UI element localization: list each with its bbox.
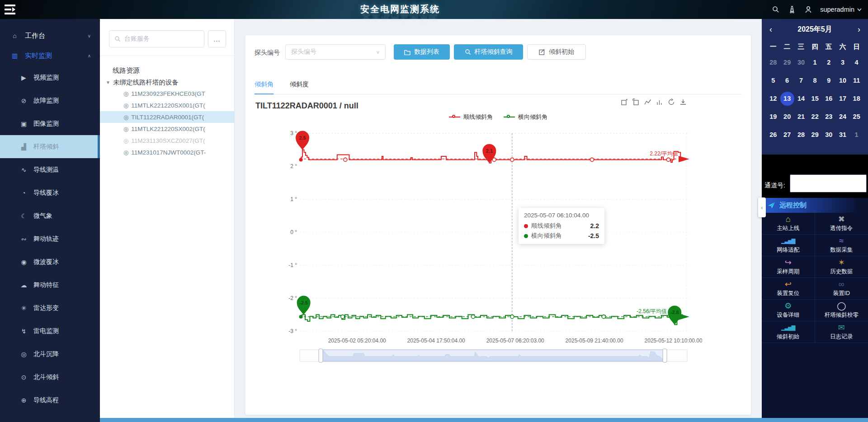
sidebar-item-micro-weather[interactable]: ☾微气象 [0, 204, 100, 227]
remote-button-share-nodes[interactable]: ✶历史数据 [815, 256, 868, 278]
legend-item[interactable]: 横向倾斜角 [504, 113, 547, 121]
calendar-day[interactable]: 9 [822, 71, 836, 89]
calendar-day[interactable]: 2 [822, 53, 836, 71]
sidebar-item-radar-deformation[interactable]: ✳雷达形变 [0, 296, 100, 319]
device-tree-item[interactable]: ◎11M230923FEKHCE03(GT [100, 88, 234, 99]
remote-button-wave[interactable]: ≈数据采集 [815, 234, 868, 256]
calendar-day[interactable]: 19 [766, 108, 780, 126]
calendar-day[interactable]: 18 [849, 89, 863, 108]
sidebar-item-workbench[interactable]: ⌂工作台∨ [0, 26, 100, 45]
calendar-day[interactable]: 12 [766, 89, 780, 108]
download-icon[interactable] [679, 98, 687, 106]
sidebar-item-wire-icing[interactable]: ◔导线覆冰 [0, 181, 100, 204]
device-tree-item[interactable]: ◎11MTLK221220SX001(GT( [100, 99, 234, 111]
remote-button-chain-link[interactable]: ∞装置ID [815, 278, 868, 300]
ledger-search-input[interactable]: 台账服务 [109, 30, 204, 47]
tilt-angle-chart[interactable]: 3 °2 °1 °0 °-1 °-2 °-3 °2025-05-02 05:20… [286, 121, 702, 374]
calendar-day-selected[interactable]: 13 [780, 89, 794, 108]
sidebar-item-wire-elevation[interactable]: ⊕导线高程 [0, 389, 100, 412]
calendar-day[interactable]: 23 [822, 108, 836, 126]
sidebar-item-galloping-feature[interactable]: ☁舞动特征 [0, 273, 100, 296]
calendar-day[interactable]: 10 [836, 71, 850, 89]
calendar-day[interactable]: 29 [808, 126, 822, 144]
user-icon[interactable] [804, 5, 813, 14]
device-tree-item[interactable]: ◎TILT1122RADAR0001(GT( [100, 111, 234, 123]
calendar-day[interactable]: 8 [808, 71, 822, 89]
calendar-day[interactable]: 29 [780, 53, 794, 71]
tree-more-button[interactable]: ... [208, 30, 226, 47]
calendar-day[interactable]: 26 [766, 126, 780, 144]
signal-bars-icon: ▁▃▅▇ [781, 236, 795, 246]
calendar-day[interactable]: 24 [836, 108, 850, 126]
calendar-day[interactable]: 30 [794, 53, 808, 71]
tab-tilt-angle[interactable]: 倾斜角 [255, 80, 274, 94]
remote-button-signal-bars[interactable]: ▁▃▅▇网络适配 [762, 234, 815, 256]
sidebar-item-beidou-tilt[interactable]: ⊙北斗倾斜 [0, 366, 100, 389]
sidebar-item-beidou-settlement[interactable]: ◎北斗沉降 [0, 342, 100, 366]
line-chart-icon[interactable] [644, 98, 651, 106]
calendar-day[interactable]: 14 [794, 89, 808, 108]
calendar-day[interactable]: 21 [794, 108, 808, 126]
calendar-day[interactable]: 3 [836, 53, 850, 71]
bar-chart-icon[interactable] [656, 98, 663, 106]
refresh-icon[interactable] [668, 98, 675, 106]
remote-button-zero-circle[interactable]: ◯杆塔倾斜校零 [815, 300, 868, 321]
calendar-day[interactable]: 20 [780, 108, 794, 126]
panel-collapse-handle[interactable]: ‹ [758, 197, 766, 217]
calendar-day[interactable]: 1 [808, 53, 822, 71]
menu-collapse-icon[interactable] [5, 4, 18, 15]
zoom-select-icon[interactable] [621, 98, 628, 106]
sidebar-item-tower-tilt[interactable]: ▟杆塔倾斜 [0, 135, 100, 158]
remote-button-log-message[interactable]: ✉日志记录 [815, 321, 868, 343]
calendar-day[interactable]: 22 [808, 108, 822, 126]
zoom-reset-icon[interactable] [632, 98, 640, 106]
calendar-day[interactable]: 1 [849, 126, 863, 144]
remote-button-pinwheel[interactable]: ✖透传指令 [815, 213, 868, 234]
tree-root-line-resources[interactable]: 线路资源 [113, 66, 140, 75]
calendar-day[interactable]: 16 [822, 89, 836, 108]
data-list-button[interactable]: 数据列表 [394, 44, 450, 60]
calendar-day[interactable]: 6 [780, 71, 794, 89]
calendar-day[interactable]: 11 [849, 71, 863, 89]
remote-button-bars-chart[interactable]: ▁▃▅▇倾斜初始 [762, 321, 815, 343]
legend-item[interactable]: 顺线倾斜角 [449, 113, 493, 121]
calendar-day[interactable]: 30 [822, 126, 836, 144]
calendar-day[interactable]: 5 [766, 71, 780, 89]
calendar-day[interactable]: 25 [849, 108, 863, 126]
sidebar-item-video-monitor[interactable]: ▶视频监测 [0, 66, 100, 89]
datazoom-slider[interactable] [300, 349, 688, 362]
sidebar-item-microwave-icing[interactable]: ◉微波覆冰 [0, 250, 100, 273]
sidebar-item-lightning-monitor[interactable]: ↯雷电监测 [0, 319, 100, 342]
calendar-day[interactable]: 28 [794, 126, 808, 144]
remote-button-cycle-arrow[interactable]: ↪采样周期 [762, 256, 815, 278]
calendar-prev-icon[interactable]: ‹ [762, 25, 780, 34]
search-icon[interactable] [771, 5, 780, 14]
sidebar-item-image-monitor[interactable]: ▣图像监测 [0, 112, 100, 135]
tower-tilt-query-button[interactable]: 杆塔倾斜查询 [454, 44, 523, 60]
calendar-next-icon[interactable]: › [850, 25, 868, 34]
sidebar-section-realtime-monitor[interactable]: ▥实时监测∧ [0, 45, 100, 66]
remote-button-gears[interactable]: ⚙设备详细 [762, 300, 815, 321]
tab-tilt-degree[interactable]: 倾斜度 [290, 80, 309, 94]
channel-input[interactable] [790, 174, 867, 192]
sidebar-item-fault-monitor[interactable]: ⊘故障监测 [0, 89, 100, 112]
tilt-initial-button[interactable]: 倾斜初始 [527, 44, 586, 60]
remote-button-reset-arrow[interactable]: ↩装置复位 [762, 278, 815, 300]
device-tree-item[interactable]: ◎11M231130SXCZ0027(GT( [100, 135, 234, 146]
user-menu[interactable]: superadmin [820, 6, 862, 13]
calendar-day[interactable]: 17 [836, 89, 850, 108]
calendar-day[interactable]: 4 [849, 53, 863, 71]
calendar-day[interactable]: 27 [780, 126, 794, 144]
sidebar-item-wire-temperature[interactable]: ∿导线测温 [0, 158, 100, 181]
device-tree-item[interactable]: ◎11MTLK221220SX002(GT( [100, 123, 234, 135]
tree-group-unbound-devices[interactable]: ▼ 未绑定线路杆塔的设备 [106, 78, 179, 87]
calendar-day[interactable]: 7 [794, 71, 808, 89]
calendar-day[interactable]: 28 [766, 53, 780, 71]
tower-icon[interactable] [788, 5, 797, 14]
calendar-day[interactable]: 31 [836, 126, 850, 144]
sidebar-item-galloping-track[interactable]: ∾舞动轨迹 [0, 227, 100, 250]
calendar-day[interactable]: 15 [808, 89, 822, 108]
remote-button-home[interactable]: ⌂主站上线 [762, 213, 815, 234]
device-tree-item[interactable]: ◎11M231017NJWT0002(GT- [100, 146, 234, 158]
probe-number-select[interactable]: 探头编号 ∨ [285, 44, 386, 60]
